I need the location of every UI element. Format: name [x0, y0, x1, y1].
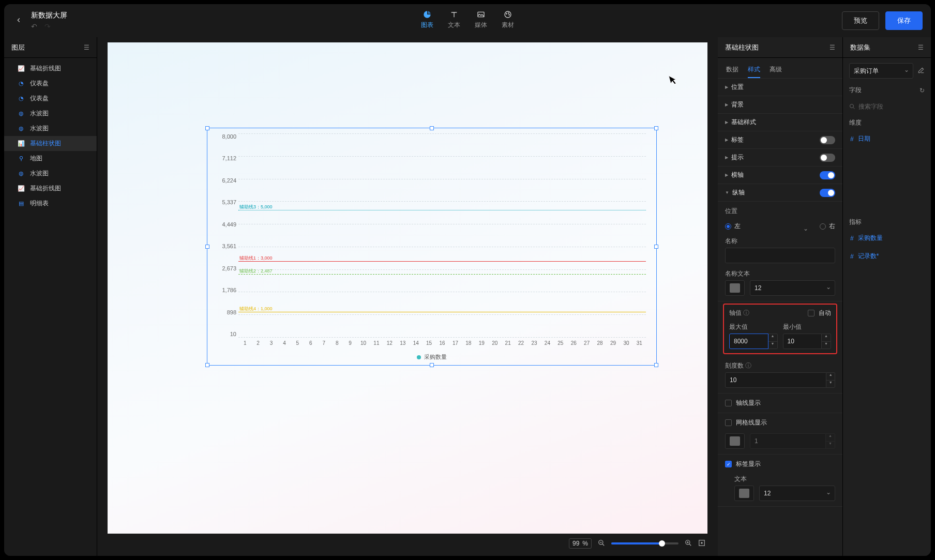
- layer-item-6[interactable]: ⚲地图: [4, 151, 97, 166]
- acc-xaxis[interactable]: ▶横轴: [718, 167, 842, 184]
- refline-label: 辅助线4：1,000: [239, 306, 273, 312]
- labelshow-checkbox[interactable]: ✓标签显示: [725, 460, 835, 468]
- undo-button[interactable]: ↶: [31, 22, 37, 31]
- x-tick: 24: [541, 340, 554, 346]
- refline-label: 辅助线2：2,487: [239, 268, 273, 275]
- x-tick: 22: [515, 340, 527, 346]
- layer-item-0[interactable]: 📈基础折线图: [4, 61, 97, 76]
- dim-field-date[interactable]: #日期: [849, 132, 925, 145]
- field-search[interactable]: 搜索字段: [849, 100, 925, 113]
- preview-button[interactable]: 预览: [842, 11, 879, 30]
- acc-label[interactable]: ▶标签: [718, 131, 842, 149]
- fit-screen-icon[interactable]: [698, 539, 705, 548]
- redo-button[interactable]: ↷: [44, 22, 51, 31]
- dataset-panel: 数据集 ☰ 字段 ↻ 搜索字段 维度 #日: [843, 37, 931, 556]
- layer-item-4[interactable]: ◍水波图: [4, 121, 97, 136]
- save-button[interactable]: 保存: [885, 11, 923, 30]
- zoom-value-box[interactable]: 99 %: [569, 538, 592, 549]
- toggle-label[interactable]: [820, 136, 835, 144]
- tool-text[interactable]: 文本: [448, 10, 460, 29]
- text-icon: [449, 10, 459, 19]
- canvas-area[interactable]: 8,0007,1126,2245,3374,4493,5612,6731,786…: [97, 37, 718, 556]
- ticks-input[interactable]: [725, 372, 826, 388]
- layer-item-8[interactable]: 📈基础折线图: [4, 181, 97, 196]
- x-tick: 4: [278, 340, 291, 346]
- layer-item-3[interactable]: ◍水波图: [4, 106, 97, 121]
- x-tick: 13: [396, 340, 409, 346]
- legend-marker: [417, 355, 421, 359]
- toggle-yaxis[interactable]: [820, 189, 835, 197]
- svg-point-1: [505, 11, 511, 18]
- tab-data[interactable]: 数据: [726, 62, 738, 78]
- x-tick: 27: [580, 340, 593, 346]
- layer-item-7[interactable]: ◍水波图: [4, 166, 97, 181]
- tool-chart[interactable]: 图表: [421, 10, 433, 29]
- refresh-icon[interactable]: ↻: [919, 87, 925, 94]
- refline: 辅助线2：2,487: [238, 274, 646, 275]
- acc-background[interactable]: ▶背景: [718, 96, 842, 114]
- acc-yaxis[interactable]: ▼纵轴: [718, 184, 842, 202]
- radio-pos-left[interactable]: 左: [725, 222, 812, 231]
- y-tick: 3,561: [214, 243, 236, 249]
- back-button[interactable]: [12, 14, 25, 26]
- liquid-icon: ◍: [18, 125, 25, 132]
- metric-field-0[interactable]: #采购数量: [849, 232, 925, 245]
- layer-item-2[interactable]: ◔仪表盘: [4, 91, 97, 106]
- toggle-tooltip[interactable]: [820, 154, 835, 162]
- x-tick: 26: [567, 340, 580, 346]
- x-tick: 23: [527, 340, 540, 346]
- y-tick: 1,786: [214, 287, 236, 293]
- liquid-icon: ◍: [18, 170, 25, 177]
- bar-icon: 📊: [18, 140, 25, 147]
- svg-point-2: [506, 13, 507, 14]
- tab-advanced[interactable]: 高级: [770, 62, 782, 78]
- x-tick: 14: [409, 340, 422, 346]
- dataset-menu-icon[interactable]: ☰: [918, 44, 924, 51]
- auto-checkbox[interactable]: 自动: [808, 309, 831, 317]
- tool-media[interactable]: 媒体: [475, 10, 487, 29]
- grid-color-swatch[interactable]: [725, 433, 745, 449]
- layer-item-5[interactable]: 📊基础柱状图: [4, 136, 97, 151]
- tool-material[interactable]: 素材: [502, 10, 514, 29]
- line-icon: 📈: [18, 185, 25, 192]
- chart-selection[interactable]: 8,0007,1126,2245,3374,4493,5612,6731,786…: [207, 128, 657, 366]
- refline: 辅助线3：5,000: [238, 210, 646, 210]
- radio-pos-right[interactable]: 右: [820, 222, 835, 231]
- tab-style[interactable]: 样式: [748, 62, 760, 78]
- x-tick: 29: [607, 340, 620, 346]
- refline: 辅助线4：1,000: [238, 312, 646, 312]
- dataset-select[interactable]: [849, 63, 913, 79]
- label-fontsize-select[interactable]: [759, 486, 835, 501]
- zoom-out-icon[interactable]: [598, 539, 605, 548]
- toggle-xaxis[interactable]: [820, 171, 835, 179]
- axis-name-input[interactable]: [725, 248, 835, 263]
- edit-dataset-icon[interactable]: [917, 67, 925, 75]
- min-value-input[interactable]: [783, 334, 822, 349]
- zoom-in-icon[interactable]: [685, 539, 692, 548]
- metric-field-1[interactable]: #记录数*: [849, 250, 925, 263]
- gridline-checkbox[interactable]: 网格线显示: [725, 418, 835, 427]
- acc-position[interactable]: ▶位置: [718, 79, 842, 96]
- acc-basic[interactable]: ▶基础样式: [718, 114, 842, 131]
- name-color-swatch[interactable]: [725, 280, 745, 296]
- gauge-icon: ◔: [18, 80, 25, 87]
- zoom-slider[interactable]: [611, 542, 678, 544]
- label-color-swatch[interactable]: [734, 486, 754, 501]
- props-menu-icon[interactable]: ☰: [830, 44, 835, 51]
- layer-item-1[interactable]: ◔仪表盘: [4, 76, 97, 91]
- map-icon: ⚲: [18, 155, 25, 162]
- acc-tooltip[interactable]: ▶提示: [718, 149, 842, 167]
- name-fontsize-select[interactable]: [750, 280, 835, 296]
- max-value-input[interactable]: [729, 334, 768, 349]
- x-tick: 18: [462, 340, 475, 346]
- svg-point-3: [508, 13, 509, 13]
- layers-menu-icon[interactable]: ☰: [84, 44, 89, 51]
- axisline-checkbox[interactable]: 轴线显示: [725, 399, 835, 407]
- y-tick: 8,000: [214, 133, 236, 140]
- layers-title: 图层: [11, 43, 25, 52]
- line-icon: 📈: [18, 65, 25, 72]
- x-tick: 16: [435, 340, 448, 346]
- y-tick: 10: [214, 331, 236, 337]
- layer-item-9[interactable]: ▤明细表: [4, 196, 97, 211]
- y-tick: 2,673: [214, 265, 236, 271]
